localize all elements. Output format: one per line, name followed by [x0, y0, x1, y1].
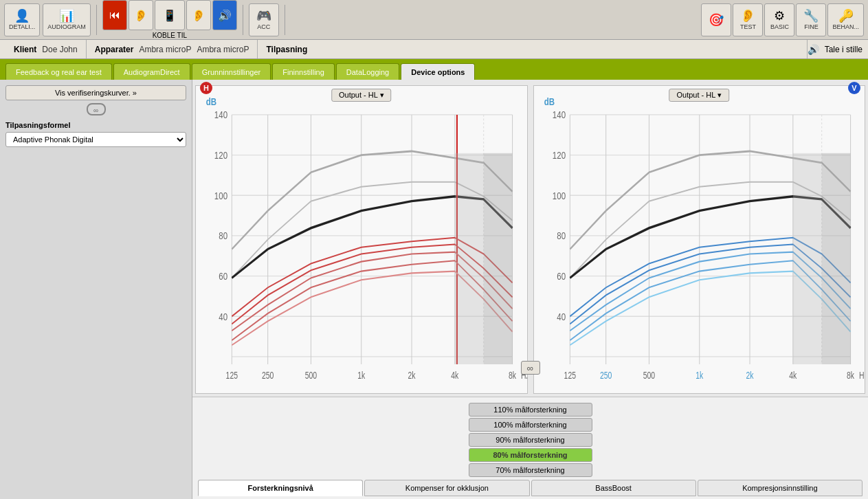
v-badge: V — [848, 82, 860, 94]
device-button[interactable]: 📱 — [155, 0, 185, 30]
ear-icon: 👂 — [134, 9, 148, 22]
tilpasning-label: Tilpasning — [266, 45, 307, 54]
apparater-value1: Ambra microP — [139, 45, 191, 54]
ear-test-icon: 👂 — [740, 10, 755, 22]
right-chart-dropdown[interactable]: Output - HL ▾ — [669, 89, 729, 102]
h-badge: H — [200, 82, 212, 94]
gain-buttons: 110% målforsterkning 100% målforsterknin… — [198, 403, 863, 477]
svg-marker-32 — [455, 153, 484, 364]
detail-button[interactable]: 👤 DETALI... — [4, 3, 40, 36]
tab-audiogram[interactable]: AudiogramDirect — [113, 63, 190, 80]
svg-text:dB: dB — [206, 96, 217, 107]
remote-icon: 🎮 — [256, 10, 271, 22]
svg-text:40: 40 — [557, 311, 566, 322]
svg-text:8k: 8k — [509, 370, 517, 381]
apparater-label: Apparater — [95, 45, 134, 54]
audiogram-icon: 📊 — [59, 10, 74, 22]
svg-text:2k: 2k — [408, 370, 416, 381]
svg-text:60: 60 — [219, 271, 227, 282]
formula-label: Tilpasningsformel — [5, 121, 186, 129]
svg-text:250: 250 — [599, 370, 612, 381]
separator3 — [285, 5, 285, 35]
svg-text:125: 125 — [226, 370, 238, 381]
tilpasning-section: Tilpasning — [258, 40, 807, 58]
svg-text:8k: 8k — [847, 370, 855, 381]
svg-marker-33 — [484, 153, 513, 364]
svg-marker-65 — [792, 153, 821, 364]
svg-text:120: 120 — [552, 150, 566, 162]
link-icon: ∞ — [527, 363, 533, 373]
formula-select[interactable]: Adaptive Phonak Digital — [5, 132, 186, 147]
gain-90-btn[interactable]: 90% målforsterkning — [469, 433, 592, 447]
ear2-button[interactable]: 👂 — [186, 0, 211, 30]
sound-section: 🔊 Tale i stille — [808, 44, 863, 55]
svg-text:4k: 4k — [789, 370, 797, 381]
tab-feedback[interactable]: Feedback og real ear test — [5, 63, 112, 80]
bottom-tab-kompresjon[interactable]: Kompresjonsinnstilling — [698, 480, 863, 496]
sound-button[interactable]: 🔊 — [212, 0, 237, 30]
gain-80-btn[interactable]: 80% målforsterkning — [469, 448, 592, 462]
right-chart: V Output - HL ▾ — [533, 85, 866, 394]
chart-link[interactable]: ∞ — [521, 361, 540, 375]
ear-button[interactable]: 👂 — [129, 0, 153, 30]
bottom-tab-bassboost[interactable]: BassBoost — [531, 480, 696, 496]
apparater-section: Apparater Ambra microP Ambra microP — [87, 40, 258, 58]
sound-label: Tale i stille — [825, 45, 863, 54]
svg-text:120: 120 — [214, 150, 228, 162]
svg-text:dB: dB — [544, 96, 555, 107]
svg-text:125: 125 — [564, 370, 576, 381]
svg-text:500: 500 — [643, 370, 655, 381]
svg-text:1k: 1k — [695, 370, 704, 381]
tab-datalogging[interactable]: DataLogging — [336, 63, 399, 80]
svg-text:40: 40 — [219, 311, 227, 322]
svg-text:2k: 2k — [746, 370, 754, 381]
left-chart: H Output - HL ▾ — [195, 85, 528, 394]
separator2 — [243, 5, 243, 35]
klient-value: Doe John — [42, 45, 77, 54]
target-button[interactable]: 🎯 — [701, 3, 731, 36]
separator1 — [96, 5, 97, 35]
test-button[interactable]: 👂 TEST — [733, 3, 763, 36]
vis-btn[interactable]: Vis verifiseringskurver. » — [5, 85, 186, 100]
bottom-tab-forsterkning[interactable]: Forsterkningsnivå — [198, 480, 363, 496]
device-icon: 📱 — [163, 9, 177, 22]
svg-text:60: 60 — [557, 271, 566, 282]
behan-button[interactable]: 🔑 BEHAN... — [827, 3, 864, 36]
svg-text:250: 250 — [262, 370, 274, 381]
svg-text:1k: 1k — [357, 370, 366, 381]
person-icon: 👤 — [14, 10, 30, 22]
svg-text:4k: 4k — [451, 370, 459, 381]
tab-device-options[interactable]: Device options — [401, 63, 475, 80]
fine-button[interactable]: 🔧 FINE — [796, 3, 826, 36]
apparater-value2: Ambra microP — [197, 45, 249, 54]
svg-text:500: 500 — [305, 370, 318, 381]
tool-icon: 🔑 — [838, 10, 854, 22]
bottom-tabs: Forsterkningsnivå Kompenser for okklusjo… — [198, 480, 863, 496]
power-icon: ⏮ — [109, 9, 120, 21]
basic-button[interactable]: ⚙ BASIC — [764, 3, 794, 36]
tab-finn[interactable]: Fininnstilling — [272, 63, 335, 80]
tab-bar: Feedback og real ear test AudiogramDirec… — [0, 59, 868, 80]
ear2-icon: 👂 — [192, 9, 205, 22]
gain-70-btn[interactable]: 70% målforsterkning — [469, 463, 592, 477]
sliders-icon: ⚙ — [774, 10, 785, 22]
toolbar: 👤 DETALI... 📊 AUDIOGRAM ⏮ 👂 📱 👂 🔊 K — [0, 0, 868, 40]
left-chart-dropdown[interactable]: Output - HL ▾ — [331, 89, 392, 102]
chart-area: H Output - HL ▾ — [192, 80, 868, 499]
bottom-tab-kompenser[interactable]: Kompenser for okklusjon — [364, 480, 529, 496]
acc-button[interactable]: 🎮 ACC — [249, 3, 279, 36]
svg-text:100: 100 — [214, 190, 228, 201]
link-icon-container: ∞ — [5, 103, 186, 115]
svg-text:140: 140 — [214, 109, 228, 121]
audiogram-button[interactable]: 📊 AUDIOGRAM — [43, 3, 91, 36]
bottom-area: 110% målforsterkning 100% målforsterknin… — [192, 397, 868, 499]
gain-110-btn[interactable]: 110% målforsterkning — [469, 403, 592, 417]
tab-grunn[interactable]: Grunninnstillinger — [192, 63, 271, 80]
main-content: Vis verifiseringskurver. » ∞ Tilpasnings… — [0, 80, 868, 499]
svg-marker-66 — [821, 153, 850, 364]
red-koble-button[interactable]: ⏮ — [102, 0, 127, 30]
koble-buttons: ⏮ 👂 📱 👂 🔊 — [102, 0, 237, 30]
klient-section: Klient Doe John — [5, 40, 87, 58]
speaker-icon: 🔊 — [808, 44, 819, 55]
gain-100-btn[interactable]: 100% målforsterkning — [469, 418, 592, 432]
